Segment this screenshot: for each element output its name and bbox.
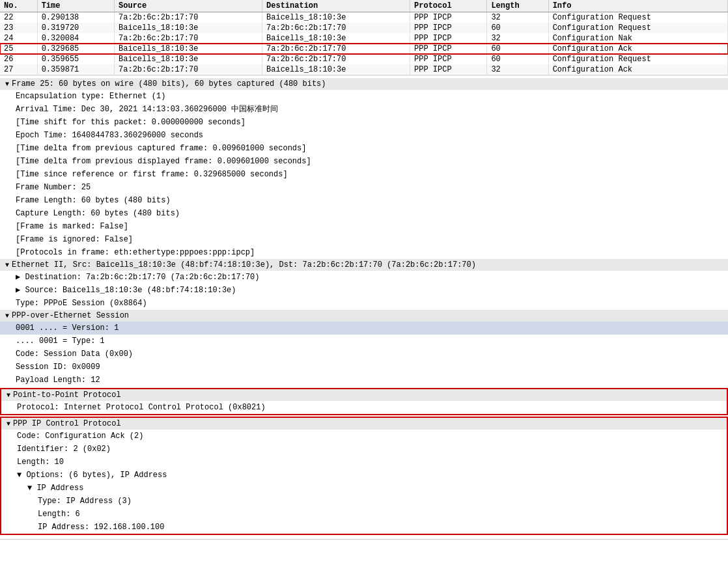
table-cell: PPP IPCP xyxy=(410,44,487,54)
frame-detail-line: Frame Length: 60 bytes (480 bits) xyxy=(0,194,728,207)
ppp-section-title: Point-to-Point Protocol xyxy=(13,391,121,400)
table-cell: 32 xyxy=(487,33,548,44)
frame-section[interactable]: ▼ Frame 25: 60 bytes on wire (480 bits),… xyxy=(0,78,728,259)
pppoe-detail-line: .... 0001 = Type: 1 xyxy=(0,335,728,348)
ipcp-code: Code: Configuration Ack (2) xyxy=(1,430,727,443)
pppoe-detail-line: Code: Session Data (0x00) xyxy=(0,348,728,361)
table-cell: 0.329685 xyxy=(37,44,114,54)
table-cell: Configuration Request xyxy=(548,12,727,23)
table-cell: 0.319720 xyxy=(37,23,114,33)
ppp-arrow: ▼ xyxy=(7,392,10,399)
table-cell: 0.320084 xyxy=(37,33,114,44)
table-cell: 22 xyxy=(0,12,37,23)
frame-section-title: Frame 25: 60 bytes on wire (480 bits), 6… xyxy=(12,79,326,89)
pppoe-arrow: ▼ xyxy=(5,312,9,320)
ipcp-ip-address-label: IP Address xyxy=(36,484,83,493)
table-row[interactable]: 220.2901387a:2b:6c:2b:17:70Baicells_18:1… xyxy=(0,12,728,23)
ipcp-options-arrow: ▼ xyxy=(17,471,26,480)
frame-detail-line: [Time shift for this packet: 0.000000000… xyxy=(0,116,728,129)
frame-detail-line: Frame Number: 25 xyxy=(0,181,728,194)
table-cell: Baicells_18:10:3e xyxy=(115,44,262,54)
table-cell: Configuration Ack xyxy=(548,44,727,54)
pppoe-section[interactable]: ▼ PPP-over-Ethernet Session 0001 .... = … xyxy=(0,310,728,387)
ipcp-ip-value: IP Address: 192.168.100.100 xyxy=(1,521,727,534)
table-cell: 7a:2b:6c:2b:17:70 xyxy=(262,54,410,64)
frame-detail-line: [Time since reference or first frame: 0.… xyxy=(0,168,728,181)
pppoe-lines: 0001 .... = Version: 1.... 0001 = Type: … xyxy=(0,322,728,387)
col-info: Info xyxy=(548,0,727,12)
pppoe-detail-line: 0001 .... = Version: 1 xyxy=(0,322,728,335)
table-cell: 7a:2b:6c:2b:17:70 xyxy=(262,23,410,33)
frame-detail-line: Arrival Time: Dec 30, 2021 14:13:03.3602… xyxy=(0,103,728,116)
frame-detail-line: [Frame is ignored: False] xyxy=(0,233,728,246)
frame-detail-line: Capture Length: 60 bytes (480 bits) xyxy=(0,207,728,220)
frame-lines: Encapsulation type: Ethernet (1)Arrival … xyxy=(0,90,728,259)
ppp-highlight-section[interactable]: ▼ Point-to-Point Protocol Protocol: Inte… xyxy=(0,388,728,415)
table-cell: PPP IPCP xyxy=(410,12,487,23)
table-header-row: No. Time Source Destination Protocol Len… xyxy=(0,0,728,12)
table-cell: 7a:2b:6c:2b:17:70 xyxy=(115,33,262,44)
table-cell: Baicells_18:10:3e xyxy=(115,23,262,33)
col-protocol: Protocol xyxy=(410,0,487,12)
detail-pane: ▼ Frame 25: 60 bytes on wire (480 bits),… xyxy=(0,76,728,540)
frame-detail-line: [Time delta from previous captured frame… xyxy=(0,142,728,155)
table-cell: Configuration Ack xyxy=(548,64,727,76)
ethernet-section-title: Ethernet II, Src: Baicells_18:10:3e (48:… xyxy=(12,260,476,269)
ethernet-dest-text: Destination: 7a:2b:6c:2b:17:70 (7a:2b:6c… xyxy=(25,273,259,282)
ethernet-dest-arrow: ▶ xyxy=(16,273,25,282)
table-row[interactable]: 230.319720Baicells_18:10:3e7a:2b:6c:2b:1… xyxy=(0,23,728,33)
ethernet-arrow: ▼ xyxy=(5,262,9,269)
col-destination: Destination xyxy=(262,0,410,12)
col-source: Source xyxy=(115,0,262,12)
table-cell: 0.290138 xyxy=(37,12,114,23)
ipcp-arrow: ▼ xyxy=(7,420,10,428)
frame-arrow: ▼ xyxy=(5,81,9,88)
table-cell: 7a:2b:6c:2b:17:70 xyxy=(115,12,262,23)
table-cell: 0.359871 xyxy=(37,64,114,76)
table-cell: 32 xyxy=(487,64,548,76)
table-cell: Baicells_18:10:3e xyxy=(262,64,410,76)
ppp-section-header[interactable]: ▼ Point-to-Point Protocol xyxy=(1,389,727,401)
table-cell: 26 xyxy=(0,54,37,64)
table-row[interactable]: 260.359655Baicells_18:10:3e7a:2b:6c:2b:1… xyxy=(0,54,728,64)
packet-table[interactable]: No. Time Source Destination Protocol Len… xyxy=(0,0,728,76)
ethernet-section[interactable]: ▼ Ethernet II, Src: Baicells_18:10:3e (4… xyxy=(0,259,728,310)
frame-detail-line: Encapsulation type: Ethernet (1) xyxy=(0,90,728,103)
col-no: No. xyxy=(0,0,37,12)
frame-section-header[interactable]: ▼ Frame 25: 60 bytes on wire (480 bits),… xyxy=(0,78,728,90)
frame-detail-line: [Time delta from previous displayed fram… xyxy=(0,155,728,168)
ethernet-dest[interactable]: ▶ Destination: 7a:2b:6c:2b:17:70 (7a:2b:… xyxy=(0,271,728,284)
pppoe-section-header[interactable]: ▼ PPP-over-Ethernet Session xyxy=(0,310,728,322)
table-cell: PPP IPCP xyxy=(410,23,487,33)
ethernet-src[interactable]: ▶ Source: Baicells_18:10:3e (48:bf:74:18… xyxy=(0,284,728,297)
ipcp-section-header[interactable]: ▼ PPP IP Control Protocol xyxy=(1,418,727,430)
table-row[interactable]: 250.329685Baicells_18:10:3e7a:2b:6c:2b:1… xyxy=(0,44,728,54)
table-cell: 7a:2b:6c:2b:17:70 xyxy=(262,44,410,54)
table-cell: 60 xyxy=(487,23,548,33)
table-cell: PPP IPCP xyxy=(410,54,487,64)
ipcp-ip-address-arrow: ▼ xyxy=(27,484,36,493)
ethernet-src-arrow: ▶ xyxy=(16,286,25,295)
ipcp-options-text: Options: (6 bytes), IP Address xyxy=(26,471,167,480)
pppoe-detail-line: Payload Length: 12 xyxy=(0,374,728,387)
table-row[interactable]: 270.3598717a:2b:6c:2b:17:70Baicells_18:1… xyxy=(0,64,728,76)
table-cell: 24 xyxy=(0,33,37,44)
frame-detail-line: Epoch Time: 1640844783.360296000 seconds xyxy=(0,129,728,142)
pppoe-detail-line: Session ID: 0x0009 xyxy=(0,361,728,374)
ipcp-ip-address-group[interactable]: ▼ IP Address xyxy=(1,482,727,495)
table-cell: 0.359655 xyxy=(37,54,114,64)
table-row[interactable]: 240.3200847a:2b:6c:2b:17:70Baicells_18:1… xyxy=(0,33,728,44)
table-cell: 25 xyxy=(0,44,37,54)
ipcp-highlight-section[interactable]: ▼ PPP IP Control Protocol Code: Configur… xyxy=(0,417,728,535)
table-cell: 7a:2b:6c:2b:17:70 xyxy=(115,64,262,76)
ethernet-section-header[interactable]: ▼ Ethernet II, Src: Baicells_18:10:3e (4… xyxy=(0,259,728,271)
table-cell: 32 xyxy=(487,12,548,23)
table-cell: Configuration Request xyxy=(548,54,727,64)
ipcp-options[interactable]: ▼ Options: (6 bytes), IP Address xyxy=(1,469,727,482)
table-cell: Configuration Request xyxy=(548,23,727,33)
ppp-protocol-line: Protocol: Internet Protocol Control Prot… xyxy=(1,401,727,414)
col-time: Time xyxy=(37,0,114,12)
table-cell: PPP IPCP xyxy=(410,64,487,76)
ipcp-section-title: PPP IP Control Protocol xyxy=(13,419,121,428)
col-length: Length xyxy=(487,0,548,12)
